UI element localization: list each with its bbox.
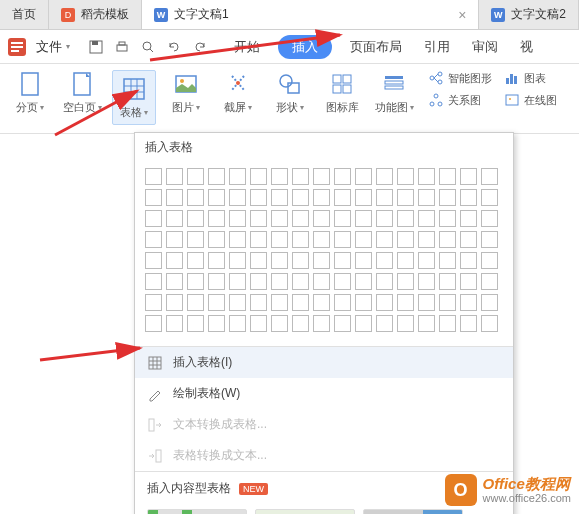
grid-cell[interactable] <box>439 210 456 227</box>
preview-icon[interactable] <box>140 39 156 55</box>
grid-cell[interactable] <box>439 231 456 248</box>
grid-cell[interactable] <box>334 315 351 332</box>
grid-cell[interactable] <box>166 315 183 332</box>
grid-cell[interactable] <box>271 315 288 332</box>
grid-cell[interactable] <box>250 315 267 332</box>
grid-cell[interactable] <box>334 168 351 185</box>
grid-cell[interactable] <box>418 252 435 269</box>
grid-cell[interactable] <box>334 273 351 290</box>
tab-doc2[interactable]: W 文字文稿2 <box>479 0 579 29</box>
grid-cell[interactable] <box>460 168 477 185</box>
grid-cell[interactable] <box>271 294 288 311</box>
grid-cell[interactable] <box>166 252 183 269</box>
grid-cell[interactable] <box>460 294 477 311</box>
grid-cell[interactable] <box>292 189 309 206</box>
grid-cell[interactable] <box>397 315 414 332</box>
grid-cell[interactable] <box>166 189 183 206</box>
ribbon-pagebreak[interactable]: 分页▾ <box>8 70 52 115</box>
grid-cell[interactable] <box>145 168 162 185</box>
grid-cell[interactable] <box>355 231 372 248</box>
grid-cell[interactable] <box>229 273 246 290</box>
grid-cell[interactable] <box>439 189 456 206</box>
grid-cell[interactable] <box>313 231 330 248</box>
grid-cell[interactable] <box>397 210 414 227</box>
grid-cell[interactable] <box>208 210 225 227</box>
grid-cell[interactable] <box>271 231 288 248</box>
grid-cell[interactable] <box>187 210 204 227</box>
grid-cell[interactable] <box>229 168 246 185</box>
table-size-grid[interactable] <box>135 162 513 346</box>
grid-cell[interactable] <box>481 189 498 206</box>
grid-cell[interactable] <box>208 168 225 185</box>
table-template[interactable] <box>147 509 247 514</box>
grid-cell[interactable] <box>334 210 351 227</box>
grid-cell[interactable] <box>292 315 309 332</box>
table-template[interactable] <box>363 509 463 514</box>
menu-tab-review[interactable]: 审阅 <box>468 36 502 58</box>
file-menu[interactable]: 文件 ▾ <box>30 36 76 58</box>
redo-icon[interactable] <box>192 39 208 55</box>
grid-cell[interactable] <box>313 294 330 311</box>
grid-cell[interactable] <box>187 189 204 206</box>
grid-cell[interactable] <box>397 231 414 248</box>
grid-cell[interactable] <box>145 273 162 290</box>
grid-cell[interactable] <box>166 294 183 311</box>
grid-cell[interactable] <box>208 252 225 269</box>
grid-cell[interactable] <box>439 168 456 185</box>
menu-insert-table[interactable]: 插入表格(I) <box>135 347 513 378</box>
grid-cell[interactable] <box>418 273 435 290</box>
grid-cell[interactable] <box>460 315 477 332</box>
grid-cell[interactable] <box>481 294 498 311</box>
grid-cell[interactable] <box>145 189 162 206</box>
table-template[interactable] <box>255 509 355 514</box>
tab-home[interactable]: 首页 <box>0 0 49 29</box>
grid-cell[interactable] <box>271 252 288 269</box>
grid-cell[interactable] <box>187 315 204 332</box>
grid-cell[interactable] <box>229 252 246 269</box>
grid-cell[interactable] <box>250 252 267 269</box>
grid-cell[interactable] <box>460 252 477 269</box>
grid-cell[interactable] <box>481 210 498 227</box>
grid-cell[interactable] <box>313 273 330 290</box>
menu-tab-view[interactable]: 视 <box>516 36 537 58</box>
grid-cell[interactable] <box>376 273 393 290</box>
grid-cell[interactable] <box>250 168 267 185</box>
grid-cell[interactable] <box>376 210 393 227</box>
grid-cell[interactable] <box>334 252 351 269</box>
grid-cell[interactable] <box>292 231 309 248</box>
grid-cell[interactable] <box>376 252 393 269</box>
grid-cell[interactable] <box>250 189 267 206</box>
grid-cell[interactable] <box>187 168 204 185</box>
grid-cell[interactable] <box>439 315 456 332</box>
grid-cell[interactable] <box>355 294 372 311</box>
grid-cell[interactable] <box>166 210 183 227</box>
menu-tab-insert[interactable]: 插入 <box>278 35 332 59</box>
ribbon-table[interactable]: 表格▾ <box>112 70 156 125</box>
grid-cell[interactable] <box>397 294 414 311</box>
grid-cell[interactable] <box>292 210 309 227</box>
grid-cell[interactable] <box>208 189 225 206</box>
grid-cell[interactable] <box>460 189 477 206</box>
ribbon-onlinepic[interactable]: 在线图 <box>504 92 557 108</box>
grid-cell[interactable] <box>397 252 414 269</box>
grid-cell[interactable] <box>355 189 372 206</box>
grid-cell[interactable] <box>418 189 435 206</box>
grid-cell[interactable] <box>250 231 267 248</box>
grid-cell[interactable] <box>355 168 372 185</box>
menu-tab-reference[interactable]: 引用 <box>420 36 454 58</box>
ribbon-picture[interactable]: 图片▾ <box>164 70 208 115</box>
grid-cell[interactable] <box>187 273 204 290</box>
tab-doc1[interactable]: W 文字文稿1 × <box>142 0 479 29</box>
grid-cell[interactable] <box>313 189 330 206</box>
grid-cell[interactable] <box>355 315 372 332</box>
grid-cell[interactable] <box>481 273 498 290</box>
grid-cell[interactable] <box>229 315 246 332</box>
grid-cell[interactable] <box>208 294 225 311</box>
undo-icon[interactable] <box>166 39 182 55</box>
grid-cell[interactable] <box>166 168 183 185</box>
grid-cell[interactable] <box>481 231 498 248</box>
grid-cell[interactable] <box>145 210 162 227</box>
ribbon-relation[interactable]: 关系图 <box>428 92 492 108</box>
grid-cell[interactable] <box>292 252 309 269</box>
menu-draw-table[interactable]: 绘制表格(W) <box>135 378 513 409</box>
